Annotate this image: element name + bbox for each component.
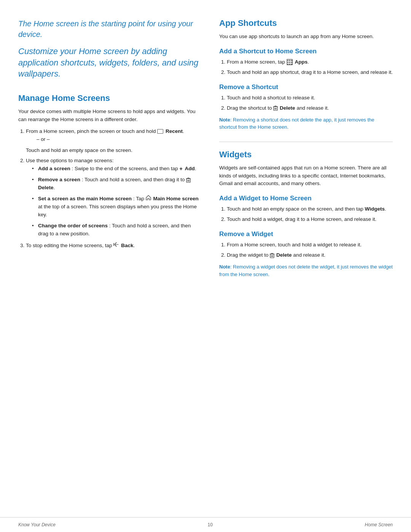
add-shortcut-list: From a Home screen, tap Apps. Touch and … — [227, 58, 393, 77]
shortcut-step1b-apps-label: Apps — [295, 59, 308, 65]
or-text: – or – — [37, 136, 201, 144]
bullet-add-screen: Add a screen : Swipe to the end of the s… — [32, 165, 201, 173]
remove-shortcut-step2a-text: Drag the shortcut to — [227, 105, 272, 111]
add-shortcut-step1: From a Home screen, tap Apps. — [227, 58, 393, 66]
home-icon — [146, 195, 151, 203]
add-widget-list: Touch and hold an empty space on the scr… — [227, 205, 393, 224]
remove-shortcut-delete-label: Delete — [280, 105, 295, 111]
remove-shortcut-step1: Touch and hold a shortcut to release it. — [227, 94, 393, 102]
widgets-title: Widgets — [219, 150, 393, 160]
trash-icon-widget — [270, 253, 274, 258]
bullet3-home-label: Main Home screen — [153, 196, 198, 201]
left-column: The Home screen is the starting point fo… — [18, 18, 201, 282]
widgets-body: Widgets are self-contained apps that run… — [219, 164, 393, 188]
add-widget-step2: Touch and hold a widget, drag it to a Ho… — [227, 216, 393, 224]
note-shortcut-bold: Note — [219, 117, 230, 123]
intro-line1: The Home screen is the starting point fo… — [18, 18, 201, 40]
page: The Home screen is the starting point fo… — [0, 0, 411, 532]
footer-left-text: Know Your Device — [18, 522, 56, 527]
bullet1-bold: Add a screen — [38, 166, 70, 171]
note-shortcut-text: : Removing a shortcut does not delete th… — [219, 117, 374, 130]
back-icon — [113, 242, 119, 250]
note-shortcut: Note: Removing a shortcut does not delet… — [219, 116, 393, 131]
bullet1-add-label: Add — [185, 166, 194, 171]
step1-recent-label: Recent — [166, 128, 183, 134]
note-widget-bold: Note — [219, 264, 230, 270]
remove-widget-step2a-text: Drag the widget to — [227, 252, 269, 258]
bullet-remove-screen: Remove a screen : Touch and hold a scree… — [32, 176, 201, 192]
app-shortcuts-title: App Shortcuts — [219, 18, 393, 28]
step1-text-a: From a Home screen, pinch the screen or … — [26, 128, 156, 134]
footer-right-text: Home Screen — [365, 522, 393, 527]
page-footer: Know Your Device 10 Home Screen — [0, 517, 411, 532]
add-widget-step1b-widgets-label: Widgets — [365, 206, 385, 212]
right-column: App Shortcuts You can use app shortcuts … — [219, 18, 393, 282]
manage-body: Your device comes with multiple Home scr… — [18, 108, 201, 124]
svg-rect-14 — [271, 253, 273, 254]
add-shortcut-title: Add a Shortcut to Home Screen — [219, 48, 393, 55]
add-widget-title: Add a Widget to Home Screen — [219, 195, 393, 202]
bullet3-bold: Set a screen as the main Home screen — [38, 196, 132, 201]
bullet2-delete-label: Delete — [38, 185, 54, 190]
remove-shortcut-step2: Drag the shortcut to Delete and release … — [227, 104, 393, 112]
bullet3-text: : Tap — [133, 196, 144, 201]
step3c-period: . — [133, 243, 135, 248]
remove-shortcut-title: Remove a Shortcut — [219, 83, 393, 91]
bullet-change-order: Change the order of screens : Touch and … — [32, 222, 201, 238]
add-widget-step1: Touch and hold an empty space on the scr… — [227, 205, 393, 213]
add-icon: + — [180, 165, 183, 173]
manage-step-3: To stop editing the Home screens, tap Ba… — [26, 242, 201, 250]
step2-text: Use these options to manage screens: — [26, 158, 113, 163]
bullet-main-screen: Set a screen as the main Home screen : T… — [32, 195, 201, 219]
manage-step-1: From a Home screen, pinch the screen or … — [26, 128, 201, 155]
bullet1-text: : Swipe to the end of the screens, and t… — [72, 166, 178, 171]
remove-shortcut-list: Touch and hold a shortcut to release it.… — [227, 94, 393, 112]
add-widget-step1c-period: . — [385, 206, 386, 212]
manage-step-2: Use these options to manage screens: Add… — [26, 157, 201, 238]
remove-widget-step1: From a Home screen, touch and hold a wid… — [227, 241, 393, 249]
apps-icon — [287, 59, 293, 65]
note-widget: Note: Removing a widget does not delete … — [219, 263, 393, 278]
section-divider — [219, 142, 393, 142]
step3a-text: To stop editing the Home screens, tap — [26, 243, 112, 248]
manage-steps-list: From a Home screen, pinch the screen or … — [26, 128, 201, 250]
remove-shortcut-step2c-text: and release it. — [296, 105, 329, 111]
step1c-text: Touch and hold an empty space on the scr… — [26, 147, 201, 155]
recent-icon — [157, 128, 166, 134]
trash-icon — [186, 177, 191, 183]
remove-widget-delete-label: Delete — [276, 252, 292, 258]
manage-screens-title: Manage Home Screens — [18, 93, 201, 103]
footer-page-number: 10 — [208, 522, 213, 527]
note-widget-text: : Removing a widget does not delete the … — [219, 264, 393, 277]
trash-icon-shortcut — [273, 105, 278, 111]
bullet4-bold: Change the order of screens — [38, 223, 108, 228]
bullet3b-text: at the top of a screen. This screen disp… — [38, 204, 197, 217]
bullet2-bold: Remove a screen — [38, 177, 80, 182]
add-shortcut-step2: Touch and hold an app shortcut, drag it … — [227, 69, 393, 77]
bullet2-text: : Touch and hold a screen, and then drag… — [82, 177, 185, 182]
app-shortcuts-body: You can use app shortcuts to launch an a… — [219, 33, 393, 41]
manage-bullet-list: Add a screen : Swipe to the end of the s… — [32, 165, 201, 238]
remove-widget-step2c-text: and release it. — [293, 252, 325, 258]
remove-widget-title: Remove a Widget — [219, 230, 393, 238]
step3b-back-label: Back — [121, 243, 133, 248]
remove-widget-step2: Drag the widget to Delete and release it… — [227, 251, 393, 259]
remove-widget-list: From a Home screen, touch and hold a wid… — [227, 241, 393, 259]
shortcut-step1a-text: From a Home screen, tap — [227, 59, 285, 65]
add-widget-step1a-text: Touch and hold an empty space on the scr… — [227, 206, 363, 212]
svg-rect-2 — [188, 178, 189, 179]
intro-line2: Customize your Home screen by adding app… — [18, 46, 201, 80]
svg-rect-8 — [275, 106, 276, 107]
